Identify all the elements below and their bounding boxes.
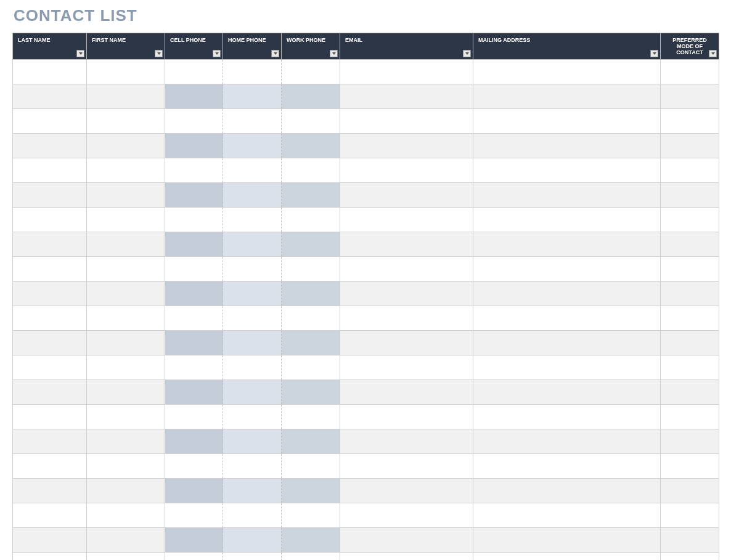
- cell-cell-phone[interactable]: [165, 355, 223, 380]
- cell-email[interactable]: [340, 183, 473, 208]
- filter-dropdown-icon[interactable]: [213, 50, 221, 57]
- cell-email[interactable]: [340, 553, 473, 561]
- cell-first-name[interactable]: [87, 60, 165, 84]
- cell-home-phone[interactable]: [223, 232, 282, 257]
- cell-home-phone[interactable]: [223, 479, 282, 503]
- cell-work-phone[interactable]: [282, 232, 340, 257]
- cell-preferred-mode[interactable]: [661, 553, 719, 561]
- cell-mailing-address[interactable]: [473, 134, 661, 158]
- cell-home-phone[interactable]: [223, 306, 282, 331]
- cell-last-name[interactable]: [13, 454, 87, 479]
- cell-first-name[interactable]: [87, 454, 165, 479]
- cell-first-name[interactable]: [87, 503, 165, 528]
- column-header-address[interactable]: MAILING ADDRESS: [473, 33, 661, 60]
- cell-cell-phone[interactable]: [165, 454, 223, 479]
- cell-mailing-address[interactable]: [473, 331, 661, 355]
- cell-email[interactable]: [340, 109, 473, 134]
- filter-dropdown-icon[interactable]: [463, 50, 471, 57]
- cell-preferred-mode[interactable]: [661, 183, 719, 208]
- cell-last-name[interactable]: [13, 282, 87, 306]
- cell-first-name[interactable]: [87, 479, 165, 503]
- cell-first-name[interactable]: [87, 257, 165, 282]
- cell-last-name[interactable]: [13, 84, 87, 109]
- cell-email[interactable]: [340, 503, 473, 528]
- cell-cell-phone[interactable]: [165, 503, 223, 528]
- cell-email[interactable]: [340, 405, 473, 429]
- cell-cell-phone[interactable]: [165, 306, 223, 331]
- cell-home-phone[interactable]: [223, 60, 282, 84]
- cell-first-name[interactable]: [87, 405, 165, 429]
- cell-last-name[interactable]: [13, 257, 87, 282]
- cell-email[interactable]: [340, 60, 473, 84]
- cell-home-phone[interactable]: [223, 355, 282, 380]
- cell-last-name[interactable]: [13, 355, 87, 380]
- cell-preferred-mode[interactable]: [661, 158, 719, 183]
- cell-first-name[interactable]: [87, 380, 165, 405]
- cell-last-name[interactable]: [13, 232, 87, 257]
- cell-mailing-address[interactable]: [473, 60, 661, 84]
- cell-last-name[interactable]: [13, 380, 87, 405]
- cell-email[interactable]: [340, 257, 473, 282]
- cell-cell-phone[interactable]: [165, 60, 223, 84]
- cell-preferred-mode[interactable]: [661, 60, 719, 84]
- cell-home-phone[interactable]: [223, 331, 282, 355]
- cell-email[interactable]: [340, 355, 473, 380]
- cell-home-phone[interactable]: [223, 454, 282, 479]
- cell-mailing-address[interactable]: [473, 528, 661, 553]
- cell-home-phone[interactable]: [223, 380, 282, 405]
- filter-dropdown-icon[interactable]: [330, 50, 338, 57]
- cell-work-phone[interactable]: [282, 84, 340, 109]
- filter-dropdown-icon[interactable]: [76, 50, 84, 57]
- cell-cell-phone[interactable]: [165, 380, 223, 405]
- cell-email[interactable]: [340, 208, 473, 232]
- cell-home-phone[interactable]: [223, 282, 282, 306]
- cell-last-name[interactable]: [13, 405, 87, 429]
- cell-first-name[interactable]: [87, 158, 165, 183]
- cell-preferred-mode[interactable]: [661, 331, 719, 355]
- cell-cell-phone[interactable]: [165, 331, 223, 355]
- cell-email[interactable]: [340, 84, 473, 109]
- cell-first-name[interactable]: [87, 109, 165, 134]
- cell-last-name[interactable]: [13, 109, 87, 134]
- cell-home-phone[interactable]: [223, 553, 282, 561]
- cell-work-phone[interactable]: [282, 183, 340, 208]
- cell-email[interactable]: [340, 380, 473, 405]
- cell-preferred-mode[interactable]: [661, 109, 719, 134]
- cell-email[interactable]: [340, 306, 473, 331]
- cell-last-name[interactable]: [13, 553, 87, 561]
- cell-first-name[interactable]: [87, 282, 165, 306]
- cell-mailing-address[interactable]: [473, 158, 661, 183]
- cell-email[interactable]: [340, 282, 473, 306]
- cell-cell-phone[interactable]: [165, 429, 223, 454]
- cell-preferred-mode[interactable]: [661, 528, 719, 553]
- cell-work-phone[interactable]: [282, 355, 340, 380]
- cell-preferred-mode[interactable]: [661, 503, 719, 528]
- cell-last-name[interactable]: [13, 208, 87, 232]
- cell-cell-phone[interactable]: [165, 232, 223, 257]
- column-header-homephone[interactable]: HOME PHONE: [223, 33, 282, 60]
- cell-preferred-mode[interactable]: [661, 454, 719, 479]
- cell-work-phone[interactable]: [282, 134, 340, 158]
- cell-last-name[interactable]: [13, 134, 87, 158]
- cell-first-name[interactable]: [87, 183, 165, 208]
- cell-first-name[interactable]: [87, 331, 165, 355]
- cell-cell-phone[interactable]: [165, 479, 223, 503]
- cell-last-name[interactable]: [13, 479, 87, 503]
- cell-email[interactable]: [340, 158, 473, 183]
- filter-dropdown-icon[interactable]: [271, 50, 279, 57]
- cell-work-phone[interactable]: [282, 60, 340, 84]
- cell-home-phone[interactable]: [223, 84, 282, 109]
- cell-mailing-address[interactable]: [473, 282, 661, 306]
- cell-first-name[interactable]: [87, 134, 165, 158]
- cell-work-phone[interactable]: [282, 257, 340, 282]
- cell-work-phone[interactable]: [282, 380, 340, 405]
- cell-preferred-mode[interactable]: [661, 355, 719, 380]
- cell-cell-phone[interactable]: [165, 405, 223, 429]
- cell-preferred-mode[interactable]: [661, 282, 719, 306]
- filter-dropdown-icon[interactable]: [650, 50, 658, 57]
- cell-first-name[interactable]: [87, 232, 165, 257]
- cell-first-name[interactable]: [87, 306, 165, 331]
- cell-work-phone[interactable]: [282, 109, 340, 134]
- cell-email[interactable]: [340, 429, 473, 454]
- cell-cell-phone[interactable]: [165, 282, 223, 306]
